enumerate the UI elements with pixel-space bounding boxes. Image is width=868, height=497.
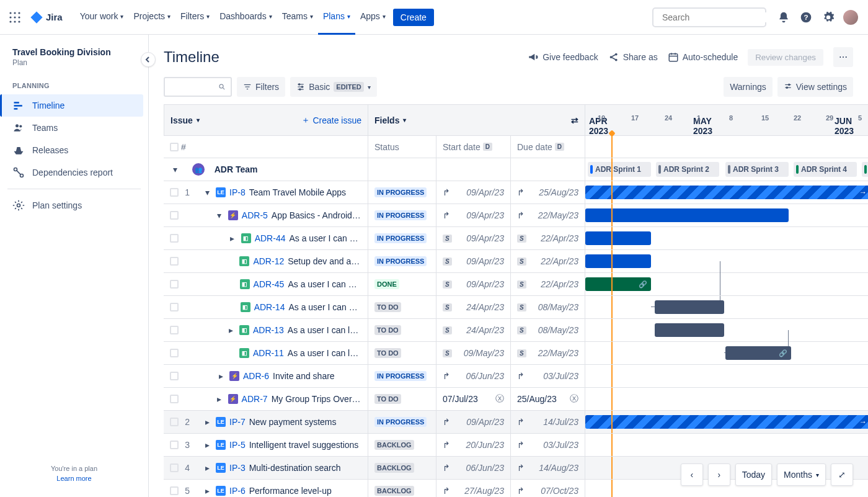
create-issue-button[interactable]: ＋ Create issue [301, 115, 361, 126]
gantt-bar[interactable]: 🔗 [725, 346, 791, 360]
expand-toggle-icon[interactable] [226, 348, 236, 358]
expand-toggle-icon[interactable]: ▸ [226, 325, 236, 335]
clear-date-icon[interactable]: ⓧ [495, 393, 504, 405]
expand-toggle-icon[interactable]: ▸ [202, 486, 212, 496]
gantt-bar[interactable] [585, 231, 651, 245]
nav-teams[interactable]: Teams ▾ [277, 0, 318, 35]
notifications-icon[interactable] [774, 7, 794, 27]
due-date-cell[interactable]: S08/May/23 [511, 296, 585, 319]
issue-key-link[interactable]: IP-3 [229, 463, 246, 473]
gantt-bar[interactable] [585, 208, 789, 222]
row-checkbox[interactable] [170, 395, 179, 403]
help-icon[interactable]: ? [796, 7, 816, 27]
issue-key-link[interactable]: ADR-44 [255, 233, 286, 243]
start-date-cell[interactable]: ↱06/Jun/23 [436, 365, 511, 388]
search-input[interactable] [662, 12, 771, 22]
issue-key-link[interactable]: IP-6 [229, 486, 246, 496]
start-date-cell[interactable]: ↱06/Jun/23 [436, 457, 511, 480]
expand-toggle-icon[interactable] [227, 302, 237, 312]
due-date-cell[interactable]: ↱03/Jul/23 [511, 365, 585, 388]
issue-key-link[interactable]: ADR-12 [253, 256, 284, 266]
sprint-pill[interactable]: ADR Sprint 1 [588, 162, 651, 177]
issue-key-link[interactable]: ADR-5 [242, 210, 268, 220]
select-all-checkbox[interactable] [170, 143, 179, 151]
gantt-bar[interactable] [655, 300, 724, 314]
start-date-cell[interactable]: S09/Apr/23 [436, 273, 511, 296]
clear-date-icon[interactable]: ⓧ [570, 393, 578, 405]
issue-key-link[interactable]: ADR-6 [243, 371, 269, 381]
start-date-cell[interactable]: S09/May/23 [436, 342, 511, 365]
start-date-cell[interactable]: 07/Jul/23ⓧ [436, 388, 511, 411]
expand-toggle-icon[interactable] [226, 256, 236, 266]
gantt-bar[interactable]: → [585, 186, 868, 199]
start-date-cell[interactable]: ↱09/Apr/23 [436, 411, 511, 434]
due-date-cell[interactable]: ↱07/Oct/23 [511, 480, 585, 497]
share-as-button[interactable]: Share as [608, 51, 658, 63]
settings-icon[interactable] [818, 7, 838, 27]
nav-projects[interactable]: Projects ▾ [128, 0, 175, 35]
scroll-left-button[interactable]: ‹ [681, 463, 703, 486]
issue-key-link[interactable]: IP-8 [229, 187, 246, 197]
start-date-cell[interactable]: ↱09/Apr/23 [436, 204, 511, 227]
collapse-team-icon[interactable]: ▾ [170, 164, 180, 174]
sidebar-item-dependencies-report[interactable]: Dependencies report [5, 161, 143, 184]
due-date-cell[interactable]: S22/Apr/23 [511, 273, 585, 296]
filter-search[interactable] [164, 77, 232, 97]
due-date-cell[interactable]: ↱22/May/23 [511, 204, 585, 227]
row-checkbox[interactable] [170, 463, 179, 472]
row-checkbox[interactable] [170, 280, 179, 289]
warnings-button[interactable]: Warnings [724, 77, 773, 97]
scroll-right-button[interactable]: › [708, 463, 730, 486]
sidebar-item-releases[interactable]: Releases [5, 139, 143, 161]
issue-key-link[interactable]: ADR-14 [254, 302, 285, 312]
issue-key-link[interactable]: IP-7 [229, 417, 246, 427]
due-date-cell[interactable]: S22/Apr/23 [511, 250, 585, 273]
row-checkbox[interactable] [170, 234, 179, 243]
expand-toggle-icon[interactable]: ▸ [215, 394, 224, 404]
learn-more-link[interactable]: Learn more [15, 475, 133, 482]
row-checkbox[interactable] [170, 188, 179, 197]
expand-toggle-icon[interactable]: ▾ [215, 210, 224, 220]
create-button[interactable]: Create [393, 9, 434, 26]
start-date-cell[interactable]: ↱09/Apr/23 [436, 181, 511, 204]
due-date-cell[interactable]: 25/Aug/23ⓧ [511, 388, 585, 411]
expand-toggle-icon[interactable]: ▸ [202, 417, 212, 427]
nav-plans[interactable]: Plans ▾ [318, 0, 355, 35]
fullscreen-button[interactable]: ⤢ [831, 463, 853, 486]
fields-column-header[interactable]: Fields▾⇄ [368, 105, 585, 136]
start-date-cell[interactable]: S09/Apr/23 [436, 227, 511, 250]
sprint-pill[interactable]: ADR Sprint 3 [725, 162, 789, 177]
sidebar-item-timeline[interactable]: Timeline [0, 94, 143, 117]
start-date-cell[interactable]: S09/Apr/23 [436, 250, 511, 273]
row-checkbox[interactable] [170, 211, 179, 220]
sidebar-item-teams[interactable]: Teams [5, 117, 143, 139]
expand-toggle-icon[interactable]: ▸ [228, 233, 237, 243]
row-checkbox[interactable] [170, 303, 179, 311]
sprint-pill[interactable]: ADR Sprint 4 [794, 162, 857, 177]
gantt-bar[interactable] [655, 323, 724, 337]
sprint-pill[interactable]: ADR Sprint 2 [656, 162, 719, 177]
issue-key-link[interactable]: ADR-7 [242, 394, 268, 404]
expand-toggle-icon[interactable]: ▸ [202, 440, 212, 450]
row-checkbox[interactable] [170, 257, 179, 266]
due-date-cell[interactable]: S22/Apr/23 [511, 227, 585, 250]
more-actions-button[interactable]: ⋯ [833, 47, 853, 67]
due-date-cell[interactable]: ↱03/Jul/23 [511, 434, 585, 457]
nav-dashboards[interactable]: Dashboards ▾ [215, 0, 277, 35]
expand-toggle-icon[interactable] [226, 279, 236, 289]
gantt-bar[interactable] [585, 254, 651, 268]
auto-schedule-button[interactable]: Auto-schedule [668, 51, 738, 63]
jira-logo[interactable]: Jira [30, 11, 63, 24]
start-date-cell[interactable]: ↱20/Jun/23 [436, 434, 511, 457]
row-checkbox[interactable] [170, 349, 179, 357]
nav-your-work[interactable]: Your work ▾ [75, 0, 129, 35]
nav-filters[interactable]: Filters ▾ [175, 0, 215, 35]
issue-column-header[interactable]: Issue▾＋ Create issue [164, 105, 368, 136]
filters-chip[interactable]: Filters [237, 77, 285, 97]
sidebar-plan-settings[interactable]: Plan settings [5, 194, 143, 217]
due-date-cell[interactable]: S22/May/23 [511, 342, 585, 365]
gantt-bar[interactable]: 🔗 [585, 277, 651, 291]
due-date-cell[interactable]: ↱25/Aug/23 [511, 181, 585, 204]
user-avatar[interactable] [841, 7, 861, 27]
due-date-cell[interactable]: ↱14/Jul/23 [511, 411, 585, 434]
